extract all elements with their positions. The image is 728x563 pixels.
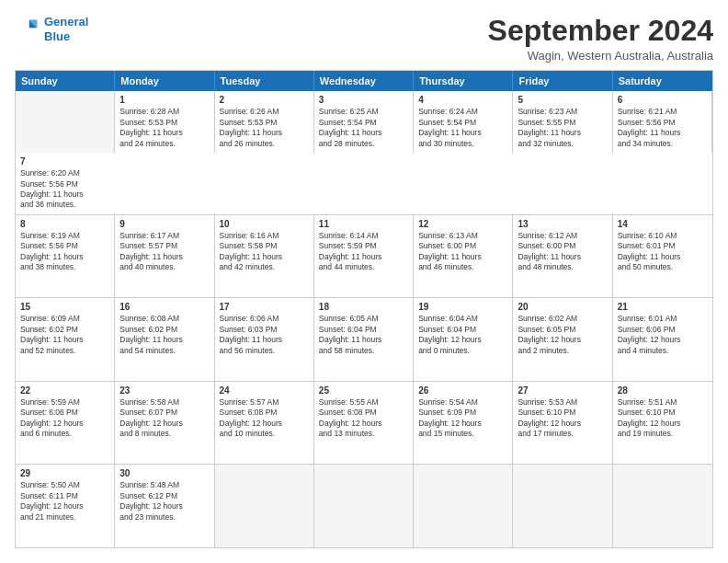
- cell-line: Daylight: 11 hours: [418, 252, 507, 262]
- day-number: 14: [618, 219, 708, 229]
- cal-cell-18: 18Sunrise: 6:05 AMSunset: 6:04 PMDayligh…: [314, 298, 414, 381]
- cell-line: Daylight: 11 hours: [20, 252, 109, 262]
- cell-line: and 50 minutes.: [618, 262, 708, 272]
- day-number: 27: [518, 385, 607, 396]
- cal-row-4: 29Sunrise: 5:50 AMSunset: 6:11 PMDayligh…: [16, 464, 712, 547]
- day-number: 2: [220, 95, 309, 105]
- cell-line: Sunset: 6:08 PM: [319, 408, 408, 418]
- cell-line: Daylight: 11 hours: [618, 252, 708, 262]
- day-number: 25: [319, 385, 408, 396]
- month-title: September 2024: [488, 15, 713, 47]
- title-block: September 2024 Wagin, Western Australia,…: [488, 15, 713, 63]
- cal-cell-13: 13Sunrise: 6:12 AMSunset: 6:00 PMDayligh…: [513, 215, 612, 298]
- cal-cell-empty: [16, 91, 115, 153]
- cal-cell-16: 16Sunrise: 6:08 AMSunset: 6:02 PMDayligh…: [115, 298, 214, 381]
- day-number: 13: [518, 219, 607, 229]
- cell-line: and 48 minutes.: [518, 262, 607, 272]
- day-number: 21: [618, 302, 708, 312]
- cal-cell-11: 11Sunrise: 6:14 AMSunset: 5:59 PMDayligh…: [314, 215, 414, 298]
- cell-line: Sunrise: 5:50 AM: [20, 480, 109, 490]
- cell-line: and 52 minutes.: [20, 346, 109, 356]
- cal-cell-26: 26Sunrise: 5:54 AMSunset: 6:09 PMDayligh…: [414, 382, 513, 465]
- cell-line: and 56 minutes.: [220, 346, 309, 356]
- day-number: 1: [119, 95, 209, 105]
- cell-line: Sunset: 6:08 PM: [220, 408, 309, 418]
- cell-line: Daylight: 11 hours: [119, 128, 209, 138]
- cell-line: Daylight: 12 hours: [418, 419, 507, 429]
- cell-line: and 10 minutes.: [220, 429, 309, 439]
- cell-line: and 38 minutes.: [20, 262, 109, 272]
- cal-cell-empty: [414, 465, 513, 547]
- day-number: 22: [20, 385, 109, 396]
- cell-line: Daylight: 11 hours: [518, 252, 607, 262]
- cell-line: Sunset: 6:07 PM: [119, 408, 209, 418]
- cell-line: Daylight: 12 hours: [618, 335, 708, 345]
- cal-cell-12: 12Sunrise: 6:13 AMSunset: 6:00 PMDayligh…: [414, 215, 513, 298]
- page: General Blue September 2024 Wagin, Weste…: [0, 0, 728, 563]
- cell-line: Sunrise: 6:13 AM: [418, 231, 507, 241]
- cell-line: and 46 minutes.: [418, 262, 507, 272]
- day-number: 19: [418, 302, 507, 312]
- cell-line: Sunset: 5:57 PM: [119, 241, 209, 251]
- calendar-header: SundayMondayTuesdayWednesdayThursdayFrid…: [16, 71, 712, 91]
- cell-line: Sunrise: 5:58 AM: [119, 397, 209, 408]
- day-header-saturday: Saturday: [613, 71, 712, 91]
- cell-line: Sunrise: 5:51 AM: [618, 397, 708, 408]
- cell-line: Sunset: 6:04 PM: [319, 325, 408, 335]
- cell-line: Daylight: 12 hours: [20, 501, 109, 511]
- logo-text: General Blue: [44, 15, 88, 43]
- day-number: 11: [319, 219, 408, 229]
- cell-line: Sunrise: 6:20 AM: [20, 168, 110, 178]
- cell-line: Sunrise: 6:12 AM: [518, 231, 607, 241]
- day-number: 3: [319, 95, 408, 105]
- day-header-tuesday: Tuesday: [215, 71, 314, 91]
- cell-line: Sunrise: 6:24 AM: [418, 107, 507, 117]
- cell-line: Sunrise: 6:02 AM: [518, 314, 607, 324]
- day-number: 12: [418, 219, 507, 229]
- cal-cell-8: 8Sunrise: 6:19 AMSunset: 5:56 PMDaylight…: [16, 215, 115, 298]
- cell-line: Sunrise: 6:09 AM: [20, 314, 109, 324]
- day-number: 5: [518, 95, 607, 105]
- logo-general: General: [44, 15, 88, 29]
- cell-line: and 0 minutes.: [418, 346, 507, 356]
- cal-cell-20: 20Sunrise: 6:02 AMSunset: 6:05 PMDayligh…: [513, 298, 612, 381]
- cell-line: and 54 minutes.: [119, 346, 209, 356]
- cell-line: Daylight: 11 hours: [418, 128, 507, 138]
- cell-line: and 28 minutes.: [319, 139, 408, 149]
- cell-line: and 8 minutes.: [119, 429, 209, 439]
- cell-line: Daylight: 11 hours: [319, 335, 408, 345]
- cell-line: and 40 minutes.: [119, 262, 209, 272]
- cell-line: Daylight: 11 hours: [220, 128, 309, 138]
- day-header-monday: Monday: [115, 71, 214, 91]
- cell-line: Sunrise: 5:54 AM: [418, 397, 507, 408]
- day-number: 29: [20, 468, 109, 478]
- cal-cell-29: 29Sunrise: 5:50 AMSunset: 6:11 PMDayligh…: [16, 465, 115, 547]
- cell-line: Sunrise: 6:17 AM: [119, 231, 209, 241]
- cal-cell-7: 7Sunrise: 6:20 AMSunset: 5:56 PMDaylight…: [16, 153, 115, 214]
- cal-cell-19: 19Sunrise: 6:04 AMSunset: 6:04 PMDayligh…: [414, 298, 513, 381]
- cell-line: and 4 minutes.: [618, 346, 708, 356]
- logo: General Blue: [15, 15, 88, 43]
- day-header-friday: Friday: [513, 71, 612, 91]
- day-number: 10: [220, 219, 309, 229]
- cell-line: Sunset: 6:03 PM: [220, 325, 309, 335]
- cell-line: Sunset: 6:00 PM: [418, 241, 507, 251]
- cell-line: Sunset: 6:09 PM: [418, 408, 507, 418]
- cell-line: and 26 minutes.: [220, 139, 309, 149]
- cell-line: Sunset: 5:56 PM: [618, 118, 707, 128]
- logo-icon: [15, 17, 40, 42]
- day-number: 23: [119, 385, 209, 396]
- day-number: 8: [20, 219, 109, 229]
- cal-cell-9: 9Sunrise: 6:17 AMSunset: 5:57 PMDaylight…: [115, 215, 214, 298]
- cal-cell-14: 14Sunrise: 6:10 AMSunset: 6:01 PMDayligh…: [613, 215, 712, 298]
- cell-line: and 36 minutes.: [20, 200, 110, 210]
- day-number: 18: [319, 302, 408, 312]
- cell-line: Sunset: 6:01 PM: [618, 241, 708, 251]
- day-number: 24: [220, 385, 309, 396]
- cell-line: Sunrise: 5:57 AM: [220, 397, 309, 408]
- cal-cell-23: 23Sunrise: 5:58 AMSunset: 6:07 PMDayligh…: [115, 382, 214, 465]
- day-number: 15: [20, 302, 109, 312]
- cal-row-3: 22Sunrise: 5:59 AMSunset: 6:06 PMDayligh…: [16, 381, 712, 465]
- cal-cell-empty: [613, 465, 712, 547]
- day-number: 30: [119, 468, 209, 478]
